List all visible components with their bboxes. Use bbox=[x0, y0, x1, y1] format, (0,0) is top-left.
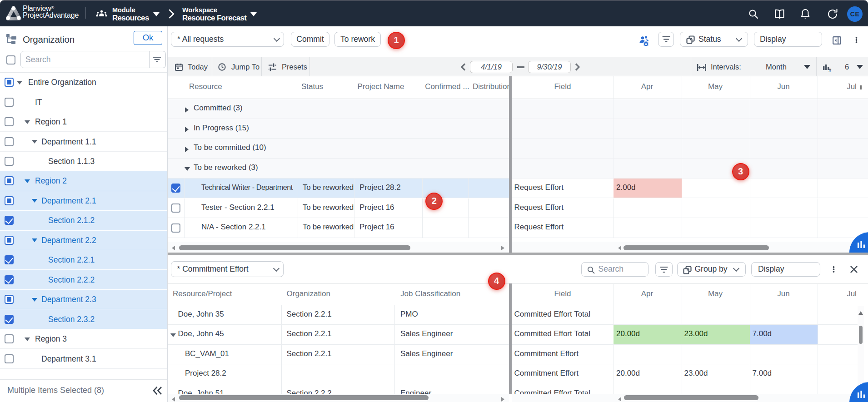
svg-text:#: # bbox=[828, 68, 831, 72]
